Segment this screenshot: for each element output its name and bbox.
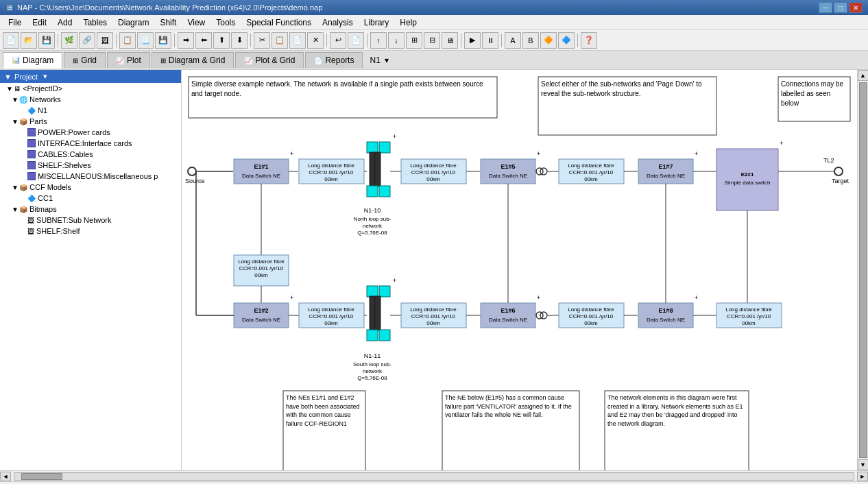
tree-cables[interactable]: CABLES:Cables xyxy=(0,149,181,160)
menu-add[interactable]: Add xyxy=(52,16,77,29)
tb-btn6[interactable]: 🖼 xyxy=(97,32,113,49)
tb-btn19[interactable]: ↑ xyxy=(370,32,387,49)
tb-btn4[interactable]: 🌿 xyxy=(61,32,77,49)
menu-view[interactable]: View xyxy=(182,16,210,29)
sidebar: ▼ Project ▾ ▼ 🖥 <ProjectID> ▼ 🌐 Networks… xyxy=(0,70,182,470)
ne-e1-8-plus[interactable]: + xyxy=(695,294,698,301)
n1-10-plus[interactable]: + xyxy=(393,133,396,140)
ld5-label3: 00km xyxy=(584,176,598,182)
tb-btn15[interactable]: 📋 xyxy=(272,32,288,49)
tab-plot-label: Plot xyxy=(127,56,141,65)
tab-diagram-grid[interactable]: ⊞ Diagram & Grid xyxy=(152,52,234,68)
tab-reports[interactable]: 📄 Reports xyxy=(305,52,363,68)
tree-shelf-bitmap[interactable]: 🖼 SHELF:Shelf xyxy=(0,226,181,237)
menu-file[interactable]: File xyxy=(3,16,27,29)
tree-ccf[interactable]: ▼ 📦 CCF Models xyxy=(0,182,181,193)
tb-btn20[interactable]: ↓ xyxy=(388,32,405,49)
t2-bot-right xyxy=(379,330,390,341)
tab-diagram[interactable]: 📊 Diagram xyxy=(3,52,62,69)
tb-btn9[interactable]: 💾 xyxy=(155,32,171,49)
new-button[interactable]: 📄 xyxy=(3,32,19,49)
minimize-button[interactable]: ─ xyxy=(819,2,832,13)
tb-btn16[interactable]: 📄 xyxy=(289,32,306,49)
tree-subnet[interactable]: 🖼 SUBNET:Sub Network xyxy=(0,215,181,226)
tree-shelf[interactable]: SHELF:Shelves xyxy=(0,160,181,171)
ne-e1-7-plus[interactable]: + xyxy=(695,150,698,157)
tb-btn22[interactable]: ⊟ xyxy=(424,32,440,49)
tb-btn7[interactable]: 📋 xyxy=(119,32,136,49)
sep9 xyxy=(577,34,578,47)
tab-plot[interactable]: 📈 Plot xyxy=(107,52,150,68)
tree-networks[interactable]: ▼ 🌐 Networks xyxy=(0,94,181,105)
menu-shift[interactable]: Shift xyxy=(154,16,182,29)
undo-button[interactable]: ↩ xyxy=(330,32,346,49)
tb-btn26[interactable]: A xyxy=(505,32,521,49)
expand-bitmaps: ▼ xyxy=(11,206,19,213)
scroll-left[interactable]: ◄ xyxy=(0,472,11,481)
tb-btn8[interactable]: 📃 xyxy=(137,32,154,49)
ne-e1-7-label: Data Switch NE xyxy=(647,173,685,179)
info-box-6-text: The network elements in this diagram wer… xyxy=(606,392,747,429)
menu-edit[interactable]: Edit xyxy=(27,16,52,29)
tree-n1[interactable]: 🔷 N1 xyxy=(0,105,181,116)
tree-misc[interactable]: MISCELLANEOUS:Miscellaneous p xyxy=(0,171,181,182)
tb-btn17[interactable]: ✕ xyxy=(307,32,324,49)
tab-plot-grid[interactable]: 📈 Plot & Grid xyxy=(235,52,304,68)
menu-diagram[interactable]: Diagram xyxy=(112,16,154,29)
ne-e1-1-plus[interactable]: + xyxy=(290,150,293,157)
window-controls[interactable]: ─ □ ✕ xyxy=(819,2,863,13)
tree-interface[interactable]: INTERFACE:Interface cards xyxy=(0,138,181,149)
n1-11-plus[interactable]: + xyxy=(393,277,396,284)
tb-btn11[interactable]: ⬅ xyxy=(195,32,212,49)
menu-library[interactable]: Library xyxy=(359,16,395,29)
expand-ccf: ▼ xyxy=(11,184,19,191)
scroll-track-horiz[interactable] xyxy=(14,472,854,481)
ne-e2-1-plus[interactable]: + xyxy=(780,140,783,147)
tb-btn25[interactable]: ⏸ xyxy=(482,32,498,49)
tb-btn10[interactable]: ➡ xyxy=(178,32,194,49)
ld5-label1: Long distance fibre xyxy=(568,162,614,169)
menu-tools[interactable]: Tools xyxy=(210,16,241,29)
maximize-button[interactable]: □ xyxy=(834,2,847,13)
tb-btn28[interactable]: 🔶 xyxy=(540,32,557,49)
info-box-5-text: The NE below (E1#5) has a common cause f… xyxy=(444,392,578,421)
tb-btn14[interactable]: ✂ xyxy=(254,32,270,49)
ne-e1-2-plus[interactable]: + xyxy=(290,294,293,301)
tree-cc1[interactable]: 🔷 CC1 xyxy=(0,193,181,204)
n1-tree-icon: 🔷 xyxy=(27,107,36,114)
tb-btn27[interactable]: B xyxy=(522,32,539,49)
tb-btn29[interactable]: 🔷 xyxy=(558,32,575,49)
tab-grid[interactable]: ⊞ Grid xyxy=(64,52,106,68)
horizontal-scrollbar[interactable]: ◄ ► xyxy=(0,470,868,481)
tb-btn23[interactable]: 🖥 xyxy=(442,32,458,49)
t1-top-left xyxy=(367,142,378,153)
tree-project-id[interactable]: ▼ 🖥 <ProjectID> xyxy=(0,83,181,94)
scroll-right[interactable]: ► xyxy=(857,472,868,481)
tb-btn18[interactable]: 📄 xyxy=(348,32,364,49)
tb-btn24[interactable]: ▶ xyxy=(464,32,481,49)
tree-parts[interactable]: ▼ 📦 Parts xyxy=(0,116,181,127)
n1-tree-label: N1 xyxy=(38,106,47,114)
tree-power[interactable]: POWER:Power cards xyxy=(0,127,181,138)
project-dropdown[interactable]: ▾ xyxy=(43,72,47,81)
sep5 xyxy=(326,34,327,47)
expand-project: ▼ xyxy=(5,85,14,93)
tb-btn12[interactable]: ⬆ xyxy=(213,32,230,49)
ne-e1-6-label: Data Switch NE xyxy=(489,317,527,323)
tb-btn13[interactable]: ⬇ xyxy=(231,32,248,49)
ne-e1-5-plus[interactable]: + xyxy=(537,150,540,157)
tb-btn5[interactable]: 🔗 xyxy=(79,32,95,49)
scroll-thumb-horiz[interactable] xyxy=(21,473,62,480)
menu-special[interactable]: Special Functions xyxy=(241,16,317,29)
menu-help[interactable]: Help xyxy=(394,16,422,29)
menu-tables[interactable]: Tables xyxy=(77,16,112,29)
close-button[interactable]: ✕ xyxy=(849,2,863,13)
tree-bitmaps[interactable]: ▼ 📦 Bitmaps xyxy=(0,204,181,215)
ccf-icon: 📦 xyxy=(19,184,27,191)
open-button[interactable]: 📂 xyxy=(21,32,37,49)
save-button[interactable]: 💾 xyxy=(38,32,55,49)
tb-btn21[interactable]: ⊞ xyxy=(406,32,422,49)
help-button[interactable]: ❓ xyxy=(581,32,597,49)
menu-analysis[interactable]: Analysis xyxy=(317,16,359,29)
ne-e1-6-plus[interactable]: + xyxy=(537,294,540,301)
